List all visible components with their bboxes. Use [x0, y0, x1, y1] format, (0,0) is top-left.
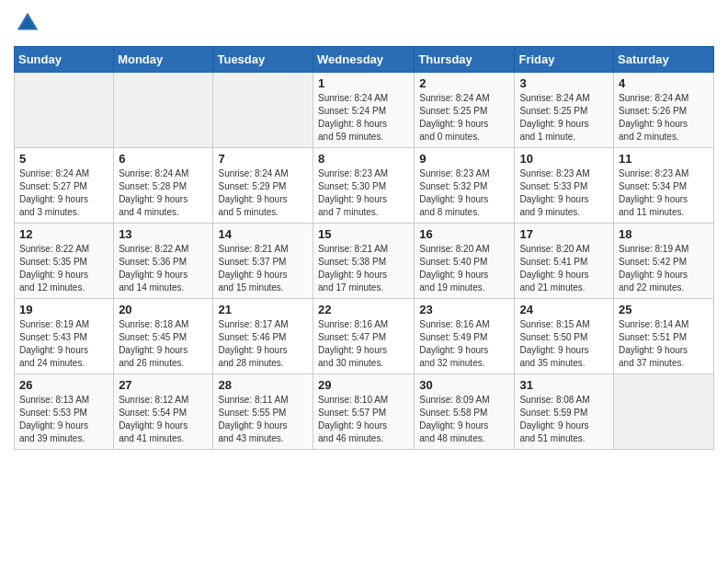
calendar-cell: 9Sunrise: 8:23 AMSunset: 5:32 PMDaylight… — [415, 148, 515, 224]
day-info: Sunrise: 8:23 AMSunset: 5:33 PMDaylight:… — [519, 167, 609, 219]
day-info: Sunrise: 8:23 AMSunset: 5:34 PMDaylight:… — [619, 167, 709, 219]
day-number: 16 — [419, 227, 509, 241]
calendar-cell — [114, 73, 213, 148]
calendar-cell: 28Sunrise: 8:11 AMSunset: 5:55 PMDayligh… — [213, 374, 313, 450]
day-number: 9 — [419, 152, 509, 166]
calendar-cell: 4Sunrise: 8:24 AMSunset: 5:26 PMDaylight… — [614, 73, 714, 148]
day-info: Sunrise: 8:22 AMSunset: 5:35 PMDaylight:… — [19, 243, 108, 294]
day-info: Sunrise: 8:14 AMSunset: 5:51 PMDaylight:… — [619, 318, 709, 370]
calendar-cell: 25Sunrise: 8:14 AMSunset: 5:51 PMDayligh… — [614, 299, 714, 374]
day-info: Sunrise: 8:21 AMSunset: 5:38 PMDaylight:… — [318, 243, 409, 294]
day-number: 12 — [19, 227, 108, 241]
calendar-cell: 13Sunrise: 8:22 AMSunset: 5:36 PMDayligh… — [114, 224, 213, 299]
calendar-cell: 10Sunrise: 8:23 AMSunset: 5:33 PMDayligh… — [515, 148, 614, 224]
day-info: Sunrise: 8:15 AMSunset: 5:50 PMDaylight:… — [519, 318, 609, 370]
calendar-cell: 17Sunrise: 8:20 AMSunset: 5:41 PMDayligh… — [515, 224, 614, 299]
day-number: 8 — [318, 152, 409, 166]
day-info: Sunrise: 8:24 AMSunset: 5:29 PMDaylight:… — [218, 167, 308, 219]
day-info: Sunrise: 8:19 AMSunset: 5:42 PMDaylight:… — [619, 243, 709, 294]
calendar-cell: 14Sunrise: 8:21 AMSunset: 5:37 PMDayligh… — [213, 224, 313, 299]
day-number: 3 — [519, 76, 609, 90]
day-info: Sunrise: 8:24 AMSunset: 5:25 PMDaylight:… — [519, 92, 609, 144]
day-info: Sunrise: 8:24 AMSunset: 5:24 PMDaylight:… — [318, 92, 409, 144]
day-number: 2 — [419, 76, 509, 90]
day-info: Sunrise: 8:24 AMSunset: 5:25 PMDaylight:… — [419, 92, 509, 144]
calendar-cell: 12Sunrise: 8:22 AMSunset: 5:35 PMDayligh… — [15, 224, 114, 299]
calendar-cell: 18Sunrise: 8:19 AMSunset: 5:42 PMDayligh… — [614, 224, 714, 299]
calendar-cell: 27Sunrise: 8:12 AMSunset: 5:54 PMDayligh… — [114, 374, 213, 450]
day-number: 20 — [119, 303, 208, 316]
calendar-cell — [213, 73, 313, 148]
day-info: Sunrise: 8:13 AMSunset: 5:53 PMDaylight:… — [19, 394, 108, 445]
calendar-header-monday: Monday — [114, 47, 213, 73]
day-number: 15 — [318, 227, 409, 241]
day-number: 23 — [419, 303, 509, 316]
calendar-cell: 30Sunrise: 8:09 AMSunset: 5:58 PMDayligh… — [415, 374, 515, 450]
calendar-header-sunday: Sunday — [15, 47, 114, 73]
day-info: Sunrise: 8:16 AMSunset: 5:49 PMDaylight:… — [419, 318, 509, 370]
day-info: Sunrise: 8:18 AMSunset: 5:45 PMDaylight:… — [119, 318, 208, 370]
day-info: Sunrise: 8:10 AMSunset: 5:57 PMDaylight:… — [318, 394, 409, 445]
day-number: 30 — [419, 378, 509, 392]
calendar-header-thursday: Thursday — [415, 47, 515, 73]
day-info: Sunrise: 8:24 AMSunset: 5:26 PMDaylight:… — [619, 92, 709, 144]
calendar-cell — [15, 73, 114, 148]
day-info: Sunrise: 8:20 AMSunset: 5:40 PMDaylight:… — [419, 243, 509, 294]
calendar-header-wednesday: Wednesday — [313, 47, 415, 73]
day-number: 28 — [218, 378, 308, 392]
calendar-cell: 24Sunrise: 8:15 AMSunset: 5:50 PMDayligh… — [515, 299, 614, 374]
logo — [14, 9, 45, 37]
day-number: 7 — [218, 152, 308, 166]
day-info: Sunrise: 8:19 AMSunset: 5:43 PMDaylight:… — [19, 318, 108, 370]
day-number: 17 — [519, 227, 609, 241]
calendar-header-saturday: Saturday — [614, 47, 714, 73]
calendar-cell: 8Sunrise: 8:23 AMSunset: 5:30 PMDaylight… — [313, 148, 415, 224]
calendar-week-row: 26Sunrise: 8:13 AMSunset: 5:53 PMDayligh… — [15, 374, 714, 450]
calendar-cell: 15Sunrise: 8:21 AMSunset: 5:38 PMDayligh… — [313, 224, 415, 299]
calendar-week-row: 19Sunrise: 8:19 AMSunset: 5:43 PMDayligh… — [15, 299, 714, 374]
calendar-cell: 19Sunrise: 8:19 AMSunset: 5:43 PMDayligh… — [15, 299, 114, 374]
day-info: Sunrise: 8:21 AMSunset: 5:37 PMDaylight:… — [218, 243, 308, 294]
day-number: 14 — [218, 227, 308, 241]
calendar-week-row: 1Sunrise: 8:24 AMSunset: 5:24 PMDaylight… — [15, 73, 714, 148]
day-info: Sunrise: 8:17 AMSunset: 5:46 PMDaylight:… — [218, 318, 308, 370]
day-number: 26 — [19, 378, 108, 392]
day-number: 27 — [119, 378, 208, 392]
calendar-cell: 11Sunrise: 8:23 AMSunset: 5:34 PMDayligh… — [614, 148, 714, 224]
calendar-cell: 16Sunrise: 8:20 AMSunset: 5:40 PMDayligh… — [415, 224, 515, 299]
day-number: 29 — [318, 378, 409, 392]
day-number: 31 — [519, 378, 609, 392]
day-info: Sunrise: 8:23 AMSunset: 5:30 PMDaylight:… — [318, 167, 409, 219]
page-header — [14, 9, 714, 37]
day-info: Sunrise: 8:08 AMSunset: 5:59 PMDaylight:… — [519, 394, 609, 445]
day-number: 24 — [519, 303, 609, 316]
day-number: 11 — [619, 152, 709, 166]
calendar-header-friday: Friday — [515, 47, 614, 73]
day-number: 21 — [218, 303, 308, 316]
calendar-cell: 1Sunrise: 8:24 AMSunset: 5:24 PMDaylight… — [313, 73, 415, 148]
calendar-cell: 29Sunrise: 8:10 AMSunset: 5:57 PMDayligh… — [313, 374, 415, 450]
day-info: Sunrise: 8:11 AMSunset: 5:55 PMDaylight:… — [218, 394, 308, 445]
calendar-week-row: 5Sunrise: 8:24 AMSunset: 5:27 PMDaylight… — [15, 148, 714, 224]
day-number: 22 — [318, 303, 409, 316]
day-number: 1 — [318, 76, 409, 90]
day-info: Sunrise: 8:12 AMSunset: 5:54 PMDaylight:… — [119, 394, 208, 445]
day-info: Sunrise: 8:20 AMSunset: 5:41 PMDaylight:… — [519, 243, 609, 294]
day-info: Sunrise: 8:24 AMSunset: 5:28 PMDaylight:… — [119, 167, 208, 219]
calendar-cell — [614, 374, 714, 450]
day-number: 18 — [619, 227, 709, 241]
day-info: Sunrise: 8:23 AMSunset: 5:32 PMDaylight:… — [419, 167, 509, 219]
day-info: Sunrise: 8:22 AMSunset: 5:36 PMDaylight:… — [119, 243, 208, 294]
day-number: 10 — [519, 152, 609, 166]
calendar-cell: 22Sunrise: 8:16 AMSunset: 5:47 PMDayligh… — [313, 299, 415, 374]
day-number: 4 — [619, 76, 709, 90]
day-number: 6 — [119, 152, 208, 166]
calendar-cell: 3Sunrise: 8:24 AMSunset: 5:25 PMDaylight… — [515, 73, 614, 148]
calendar-header-tuesday: Tuesday — [213, 47, 313, 73]
day-number: 5 — [19, 152, 108, 166]
calendar-cell: 6Sunrise: 8:24 AMSunset: 5:28 PMDaylight… — [114, 148, 213, 224]
calendar-table: SundayMondayTuesdayWednesdayThursdayFrid… — [14, 46, 714, 450]
calendar-week-row: 12Sunrise: 8:22 AMSunset: 5:35 PMDayligh… — [15, 224, 714, 299]
calendar-cell: 31Sunrise: 8:08 AMSunset: 5:59 PMDayligh… — [515, 374, 614, 450]
day-number: 19 — [19, 303, 108, 316]
